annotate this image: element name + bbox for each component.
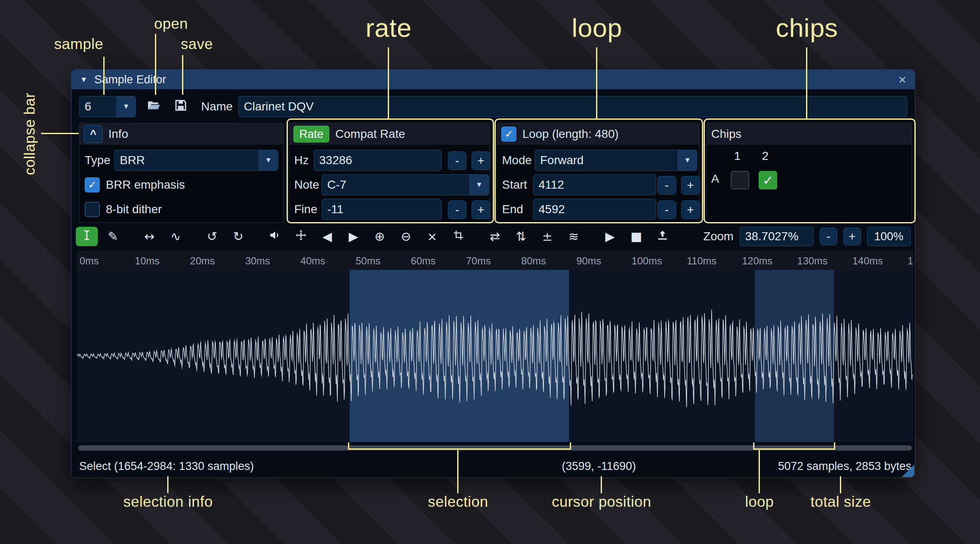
- annotation-line: [457, 450, 458, 493]
- loop-start-plus-button[interactable]: +: [681, 176, 700, 195]
- reverse-button[interactable]: ⇄: [484, 227, 506, 246]
- resize-grip[interactable]: [902, 464, 914, 477]
- apply-silence-icon: ⊖: [401, 229, 411, 244]
- pencil-icon: ✎: [108, 229, 118, 244]
- insert-silence-button[interactable]: ⊕: [369, 227, 391, 246]
- upload-icon: [657, 229, 668, 244]
- resize-button[interactable]: ↔: [138, 227, 160, 246]
- filter-button[interactable]: ≋: [563, 227, 585, 246]
- note-select[interactable]: C-7 ▼: [322, 174, 489, 195]
- fine-minus-button[interactable]: -: [448, 201, 467, 219]
- apply-silence-button[interactable]: ⊖: [395, 227, 417, 246]
- ruler-tick: 80ms: [519, 251, 574, 270]
- four-arrows-icon: [295, 229, 307, 244]
- trim-button[interactable]: [447, 227, 469, 246]
- save-sample-button[interactable]: [170, 96, 192, 117]
- ruler-tick: 150ms: [905, 251, 913, 270]
- play-icon: ▶: [605, 229, 615, 244]
- note-label: Note: [294, 174, 319, 195]
- delete-button[interactable]: ×: [421, 227, 443, 246]
- annotation-line: [103, 57, 105, 95]
- annotation-rate: rate: [346, 13, 431, 43]
- redo-icon: ↻: [233, 229, 243, 244]
- invert-icon: ⇅: [516, 229, 526, 244]
- chips-panel: Chips 1 2 A ✓: [707, 123, 912, 223]
- annotation-selection-info: selection info: [105, 493, 232, 510]
- waveform-canvas[interactable]: [77, 270, 913, 442]
- hz-plus-button[interactable]: +: [472, 151, 490, 170]
- brr-emphasis-checkbox[interactable]: ✓: [85, 177, 100, 192]
- amplify-button[interactable]: [264, 227, 286, 246]
- loop-header: Loop (length: 480): [522, 127, 618, 141]
- ruler-tick: 10ms: [132, 251, 187, 270]
- sample-select[interactable]: 6 ▼: [79, 96, 136, 117]
- ibeam-cursor-icon: [81, 229, 93, 244]
- zoom-reset-button[interactable]: 100%: [867, 227, 911, 246]
- invert-button[interactable]: ⇅: [510, 227, 532, 246]
- stop-preview-button[interactable]: ■: [625, 227, 647, 246]
- hz-minus-button[interactable]: -: [448, 151, 467, 170]
- close-button[interactable]: ×: [898, 73, 906, 86]
- resample-button[interactable]: ∿: [165, 227, 187, 246]
- ruler-tick: 140ms: [850, 251, 905, 270]
- wave-scrollbar[interactable]: [77, 445, 913, 451]
- status-bar: Select (1654-2984: 1330 samples) (3599, …: [72, 456, 915, 478]
- loop-checkbox[interactable]: ✓: [501, 126, 516, 142]
- chip-2-checkbox[interactable]: ✓: [759, 171, 777, 190]
- titlebar[interactable]: ▼ Sample Editor ×: [72, 70, 915, 89]
- undo-button[interactable]: ↺: [201, 227, 223, 246]
- type-select[interactable]: BRR ▼: [114, 150, 278, 171]
- loop-end-minus-button[interactable]: -: [657, 201, 676, 219]
- collapse-bar-button[interactable]: ^: [84, 125, 102, 143]
- loop-mode-select[interactable]: Forward ▼: [535, 150, 697, 171]
- save-icon: [174, 99, 187, 115]
- reverse-icon: ⇄: [490, 229, 500, 244]
- loop-end-plus-button[interactable]: +: [681, 201, 700, 219]
- ruler-tick: 110ms: [684, 251, 739, 270]
- chip-col-1: 1: [734, 149, 741, 163]
- fade-in-button[interactable]: ◀: [316, 227, 338, 246]
- name-label: Name: [201, 96, 233, 117]
- zoom-input[interactable]: 38.7027%: [740, 227, 814, 246]
- annotation-selection: selection: [405, 493, 511, 510]
- rate-panel: Rate Compat Rate Hz 33286 - + Note C-7 ▼…: [289, 123, 490, 223]
- cursor-position-text: (3599, -11690): [562, 460, 636, 473]
- ruler-tick: 130ms: [795, 251, 850, 270]
- ruler-tick: 120ms: [740, 251, 795, 270]
- zoom-controls: Zoom 38.7027% - + 100%: [703, 226, 911, 247]
- brr-emphasis-label[interactable]: BRR emphasis: [106, 174, 185, 195]
- total-size-text: 5072 samples, 2853 bytes: [778, 460, 911, 473]
- ruler[interactable]: 0ms10ms20ms30ms40ms50ms60ms70ms80ms90ms1…: [77, 251, 913, 270]
- info-panel: ^ Info Type BRR ▼ ✓ BRR emphasis 8-bit d…: [79, 123, 284, 223]
- chevron-down-icon[interactable]: ▼: [678, 150, 697, 170]
- fine-plus-button[interactable]: +: [472, 201, 490, 219]
- sign-button[interactable]: ±: [536, 227, 558, 246]
- redo-button[interactable]: ↻: [227, 227, 249, 246]
- annotation-chips: chips: [765, 13, 849, 43]
- dither-checkbox[interactable]: [85, 202, 100, 217]
- open-sample-button[interactable]: [142, 96, 166, 117]
- annotation-save: save: [171, 36, 222, 52]
- loop-start-minus-button[interactable]: -: [657, 176, 676, 195]
- select-tool-button[interactable]: [76, 227, 98, 246]
- fade-out-button[interactable]: ▶: [342, 227, 364, 246]
- dither-label[interactable]: 8-bit dither: [106, 199, 162, 220]
- window-collapse-icon[interactable]: ▼: [80, 75, 88, 84]
- ruler-tick: 50ms: [353, 251, 408, 270]
- zoom-out-button[interactable]: -: [820, 228, 837, 245]
- scrollbar-thumb[interactable]: [78, 445, 912, 451]
- chevron-down-icon[interactable]: ▼: [259, 150, 278, 170]
- preview-button[interactable]: ▶: [599, 227, 621, 246]
- ruler-tick: 90ms: [574, 251, 629, 270]
- zoom-in-button[interactable]: +: [843, 228, 861, 245]
- annotation-total-size: total size: [788, 493, 894, 510]
- waveform-view[interactable]: [77, 270, 913, 442]
- chip-1-checkbox[interactable]: [731, 171, 749, 190]
- normalize-button[interactable]: [290, 227, 312, 246]
- upload-button[interactable]: [651, 227, 674, 246]
- chevron-down-icon[interactable]: ▼: [116, 96, 135, 117]
- draw-tool-button[interactable]: ✎: [102, 227, 124, 246]
- rate-button[interactable]: Rate: [293, 126, 329, 143]
- delete-icon: ×: [427, 229, 437, 244]
- chevron-down-icon[interactable]: ▼: [469, 175, 489, 195]
